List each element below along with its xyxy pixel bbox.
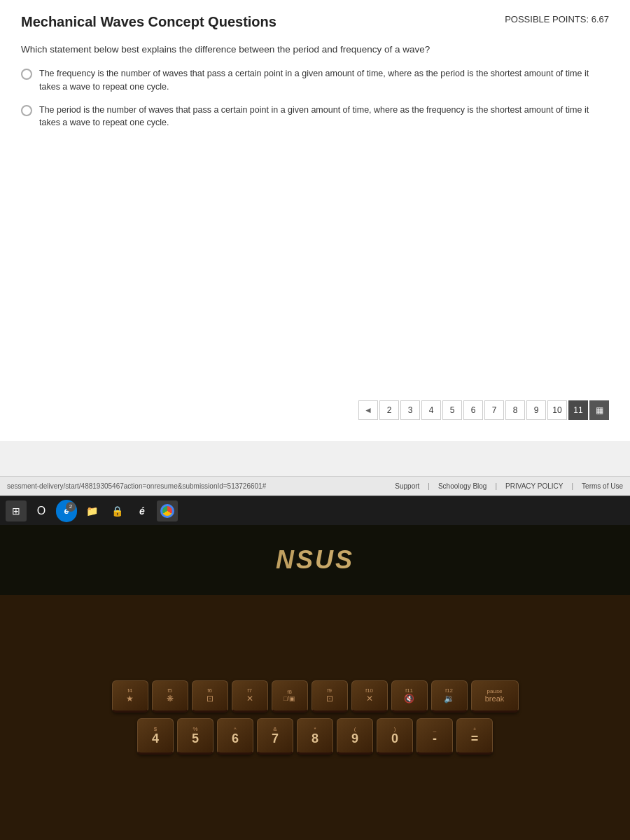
key-pause-top: pause bbox=[487, 689, 503, 694]
radio-b[interactable] bbox=[21, 105, 32, 116]
taskbar-file-btn[interactable]: 📁 bbox=[81, 500, 102, 522]
asus-logo: nSUS bbox=[276, 545, 354, 575]
key-f10[interactable]: f10 ✕ bbox=[351, 680, 388, 713]
key-f12-top: f12 bbox=[445, 688, 453, 694]
key-f8-icon: □/▣ bbox=[284, 695, 295, 702]
key-9-bottom: 9 bbox=[351, 732, 358, 745]
privacy-policy-link[interactable]: PRIVACY POLICY bbox=[505, 482, 563, 490]
support-link[interactable]: Support bbox=[395, 482, 419, 490]
key-6[interactable]: ^ 6 bbox=[217, 718, 253, 755]
page-9-btn[interactable]: 9 bbox=[526, 400, 546, 420]
separator-2: | bbox=[495, 482, 497, 490]
folder-icon: 📁 bbox=[86, 505, 98, 517]
separator-3: | bbox=[571, 482, 573, 490]
windows-icon: ⊞ bbox=[12, 505, 20, 517]
key-break-label: break bbox=[485, 694, 505, 703]
key-f5-icon: ❋ bbox=[167, 694, 174, 704]
keyboard-area: f4 ★ f5 ❋ f6 ⊡ f7 ✕ f8 □/▣ f9 ⊡ f10 bbox=[0, 595, 630, 840]
taskbar: ⊞ O e 2 📁 🔒 é bbox=[0, 496, 630, 525]
taskbar-search-btn[interactable]: O bbox=[31, 500, 52, 522]
key-7[interactable]: & 7 bbox=[257, 718, 293, 755]
key-5-bottom: 5 bbox=[192, 732, 199, 745]
key-f4-icon: ★ bbox=[126, 694, 134, 704]
number-key-row: $ 4 % 5 ^ 6 & 7 * 8 ( 9 ) 0 _ - bbox=[137, 718, 493, 755]
key-f9-icon: ⊡ bbox=[326, 694, 333, 704]
key-f12[interactable]: f12 🔉 bbox=[431, 680, 468, 713]
key-minus[interactable]: _ - bbox=[416, 718, 453, 755]
key-f11[interactable]: f11 🔇 bbox=[391, 680, 428, 713]
quiz-content: Mechanical Waves Concept Questions POSSI… bbox=[0, 0, 630, 441]
taskbar-edge-btn[interactable]: e 2 bbox=[56, 500, 77, 522]
key-5[interactable]: % 5 bbox=[177, 718, 214, 755]
answer-option-b: The period is the number of waves that p… bbox=[21, 104, 609, 130]
key-equals-bottom: = bbox=[471, 732, 479, 745]
browser2-icon: é bbox=[139, 505, 145, 517]
key-9[interactable]: ( 9 bbox=[337, 718, 373, 755]
key-f11-top: f11 bbox=[405, 688, 413, 694]
key-f8-top: f8 bbox=[287, 690, 292, 695]
taskbar-lock-btn[interactable]: 🔒 bbox=[106, 500, 127, 522]
key-f6-top: f6 bbox=[207, 688, 212, 694]
asus-text: nSUS bbox=[276, 545, 354, 574]
key-0[interactable]: ) 0 bbox=[377, 718, 413, 755]
taskbar-windows-btn[interactable]: ⊞ bbox=[6, 500, 27, 522]
chrome-icon bbox=[160, 504, 174, 518]
key-8-bottom: 8 bbox=[312, 732, 318, 745]
pagination: ◄ 2 3 4 5 6 7 8 9 10 11 ▦ bbox=[358, 400, 609, 420]
key-f11-icon: 🔇 bbox=[404, 694, 414, 704]
key-equals[interactable]: + = bbox=[456, 718, 493, 755]
footer-bar: sessment-delivery/start/48819305467actio… bbox=[0, 476, 630, 496]
key-4[interactable]: $ 4 bbox=[137, 718, 174, 755]
footer-url: sessment-delivery/start/48819305467actio… bbox=[7, 482, 266, 490]
page-8-btn[interactable]: 8 bbox=[505, 400, 525, 420]
key-f7[interactable]: f7 ✕ bbox=[232, 680, 268, 713]
page-6-btn[interactable]: 6 bbox=[463, 400, 483, 420]
key-f8[interactable]: f8 □/▣ bbox=[272, 680, 308, 713]
answer-text-b: The period is the number of waves that p… bbox=[39, 104, 609, 130]
page-3-btn[interactable]: 3 bbox=[400, 400, 420, 420]
page-2-btn[interactable]: 2 bbox=[379, 400, 399, 420]
page-5-btn[interactable]: 5 bbox=[442, 400, 462, 420]
key-0-bottom: 0 bbox=[391, 732, 398, 745]
asus-area: nSUS bbox=[0, 525, 630, 595]
key-f10-top: f10 bbox=[365, 688, 373, 694]
key-pause[interactable]: pause break bbox=[471, 680, 519, 713]
page-prev-btn[interactable]: ◄ bbox=[358, 400, 378, 420]
possible-points: POSSIBLE POINTS: 6.67 bbox=[505, 14, 609, 24]
screen: Mechanical Waves Concept Questions POSSI… bbox=[0, 0, 630, 476]
footer-links: Support | Schoology Blog | PRIVACY POLIC… bbox=[395, 482, 623, 490]
terms-of-use-link[interactable]: Terms of Use bbox=[582, 482, 623, 490]
answer-text-a: The frequency is the number of waves tha… bbox=[39, 67, 609, 94]
page-7-btn[interactable]: 7 bbox=[484, 400, 504, 420]
key-7-bottom: 7 bbox=[272, 732, 279, 745]
taskbar-browser2-btn[interactable]: é bbox=[132, 500, 153, 522]
page-4-btn[interactable]: 4 bbox=[421, 400, 441, 420]
notification-badge: 2 bbox=[66, 502, 76, 512]
key-f6[interactable]: f6 ⊡ bbox=[192, 680, 228, 713]
radio-a[interactable] bbox=[21, 69, 32, 80]
lock-icon: 🔒 bbox=[111, 505, 123, 517]
function-key-row: f4 ★ f5 ❋ f6 ⊡ f7 ✕ f8 □/▣ f9 ⊡ f10 bbox=[112, 680, 519, 713]
key-f12-icon: 🔉 bbox=[444, 694, 454, 704]
key-f9[interactable]: f9 ⊡ bbox=[312, 680, 348, 713]
page-11-btn[interactable]: 11 bbox=[568, 400, 588, 420]
search-icon: O bbox=[37, 505, 46, 517]
key-8[interactable]: * 8 bbox=[297, 718, 333, 755]
key-6-bottom: 6 bbox=[232, 732, 239, 745]
key-f7-top: f7 bbox=[247, 688, 252, 694]
page-grid-btn[interactable]: ▦ bbox=[589, 400, 609, 420]
answer-option-a: The frequency is the number of waves tha… bbox=[21, 67, 609, 94]
key-4-bottom: 4 bbox=[152, 732, 159, 745]
key-f10-icon: ✕ bbox=[366, 694, 373, 704]
key-f5[interactable]: f5 ❋ bbox=[152, 680, 188, 713]
key-minus-bottom: - bbox=[433, 732, 437, 745]
separator-1: | bbox=[428, 482, 430, 490]
key-f5-top: f5 bbox=[167, 688, 172, 694]
page-10-btn[interactable]: 10 bbox=[547, 400, 567, 420]
taskbar-chrome-btn[interactable] bbox=[157, 500, 178, 522]
key-f6-icon: ⊡ bbox=[206, 694, 214, 704]
key-f7-icon: ✕ bbox=[246, 694, 253, 704]
key-f4[interactable]: f4 ★ bbox=[112, 680, 148, 713]
question-text: Which statement below best explains the … bbox=[21, 44, 609, 55]
schoology-blog-link[interactable]: Schoology Blog bbox=[438, 482, 487, 490]
